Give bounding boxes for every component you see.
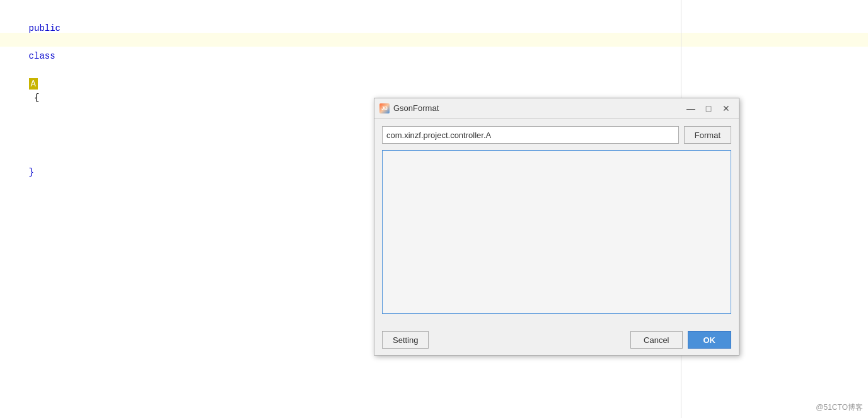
dialog-titlebar: JB GsonFormat — □ ✕ [374, 98, 739, 119]
format-button-label: Format [695, 131, 720, 140]
dialog-title: GsonFormat [393, 103, 439, 113]
class-input[interactable] [382, 126, 679, 144]
cancel-button-label: Cancel [644, 335, 669, 345]
close-button[interactable]: ✕ [719, 102, 734, 115]
cancel-button[interactable]: Cancel [630, 331, 682, 349]
ok-button[interactable]: OK [688, 331, 732, 349]
minimize-icon: — [686, 103, 695, 113]
setting-button-label: Setting [393, 335, 418, 345]
maximize-button[interactable]: □ [701, 102, 716, 115]
dialog-top-row: Format [382, 126, 731, 144]
minimize-button[interactable]: — [683, 102, 698, 115]
format-button[interactable]: Format [684, 126, 731, 144]
jb-icon: JB [379, 103, 390, 113]
close-icon: ✕ [722, 103, 730, 113]
ok-button-label: OK [703, 335, 716, 345]
titlebar-controls: — □ ✕ [683, 102, 734, 115]
footer-right: Cancel OK [630, 331, 731, 349]
dialog-content: Format [374, 119, 739, 325]
jb-icon-label: JB [381, 105, 388, 111]
titlebar-left: JB GsonFormat [379, 103, 439, 113]
dialog: JB GsonFormat — □ ✕ [374, 98, 739, 356]
setting-button[interactable]: Setting [382, 331, 429, 349]
dialog-footer: Setting Cancel OK [374, 325, 739, 355]
maximize-icon: □ [706, 103, 711, 113]
json-textarea[interactable] [382, 150, 731, 314]
modal-overlay: JB GsonFormat — □ ✕ [0, 0, 868, 418]
